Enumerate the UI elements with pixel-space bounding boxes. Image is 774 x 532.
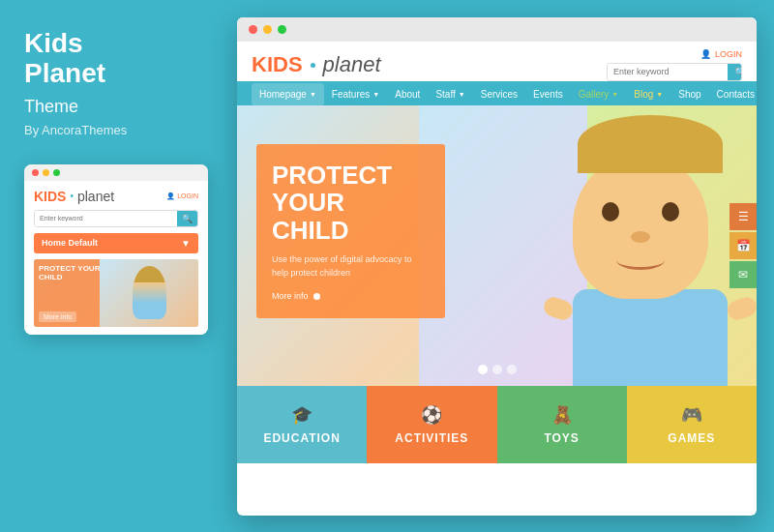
search-icon: 🔍 — [182, 214, 193, 223]
mobile-logo: KIDS • planet — [34, 189, 114, 204]
hero-overlay: PROTECT YOURCHILD Use the power of digit… — [256, 144, 445, 319]
chevron-down-icon: ▼ — [372, 91, 379, 98]
site-header: KIDS planet 👤 LOGIN 🔍 — [237, 42, 757, 83]
mobile-dot-yellow — [43, 169, 49, 176]
mail-icon: ✉ — [738, 268, 748, 281]
toys-label: TOYS — [544, 431, 579, 445]
mobile-logo-dot: • — [70, 191, 74, 201]
nav-item-staff[interactable]: Staff ▼ — [428, 83, 472, 105]
hero-slider-dots — [478, 365, 517, 374]
browser-dot-green — [278, 25, 286, 34]
browser-body: KIDS planet 👤 LOGIN 🔍 Homepa — [237, 42, 757, 516]
mobile-search-input[interactable] — [35, 211, 177, 226]
logo-kids: KIDS — [252, 52, 303, 77]
site-nav: Homepage ▼ Features ▼ About Staff ▼ Serv… — [237, 83, 757, 105]
hero-title: PROTECT YOURCHILD — [272, 162, 430, 245]
hero-more-dot — [313, 293, 320, 300]
left-panel: KidsPlanet Theme By AncoraThemes KIDS • … — [0, 0, 237, 532]
search-bar: 🔍 — [607, 63, 742, 81]
hero-description: Use the power of digital advocacy to hel… — [272, 253, 430, 280]
mobile-content: KIDS • planet 👤 LOGIN 🔍 Home Default ▼ — [24, 181, 208, 335]
left-by: By AncoraThemes — [24, 123, 213, 137]
calendar-icon: 📅 — [736, 239, 751, 252]
chevron-down-icon: ▼ — [459, 91, 465, 98]
browser-top-bar — [237, 17, 757, 42]
mobile-logo-area: KIDS • planet 👤 LOGIN — [34, 189, 198, 204]
hero-more: More info — [272, 291, 430, 301]
right-sidebar: ☰ 📅 ✉ — [729, 203, 757, 288]
mobile-user-icon: 👤 — [166, 192, 175, 200]
hero-more-text[interactable]: More info — [272, 291, 309, 301]
menu-icon: ☰ — [738, 210, 749, 223]
header-right: 👤 LOGIN 🔍 — [607, 49, 742, 81]
site-logo: KIDS planet — [252, 52, 381, 77]
mobile-hero-image — [100, 259, 198, 327]
nav-item-blog[interactable]: Blog ▼ — [626, 83, 670, 105]
search-button[interactable]: 🔍 — [728, 64, 742, 80]
mobile-hero-btn[interactable]: More info — [39, 311, 76, 322]
games-icon: 🎮 — [681, 404, 702, 426]
activities-icon: ⚽ — [421, 404, 442, 426]
nav-item-homepage[interactable]: Homepage ▼ — [252, 83, 324, 105]
mobile-hero: PROTECT YOUR CHILD More info — [34, 259, 198, 327]
browser-dot-red — [249, 25, 257, 34]
nav-item-services[interactable]: Services — [473, 83, 525, 105]
user-icon: 👤 — [700, 49, 711, 59]
left-subtitle: Theme — [24, 97, 213, 117]
slider-dot-3[interactable] — [507, 365, 517, 374]
education-label: EDUCATION — [263, 431, 340, 445]
sidebar-icon-mail[interactable]: ✉ — [729, 261, 757, 288]
mobile-nav-label: Home Default — [42, 238, 98, 248]
login-label[interactable]: LOGIN — [715, 49, 742, 59]
mobile-search-button[interactable]: 🔍 — [177, 211, 197, 226]
sidebar-icon-menu[interactable]: ☰ — [729, 203, 757, 230]
logo-separator — [311, 63, 315, 68]
mobile-logo-kids: KIDS — [34, 189, 66, 204]
category-row: 🎓 EDUCATION ⚽ ACTIVITIES 🧸 TOYS 🎮 GAMES — [237, 386, 757, 463]
category-toys[interactable]: 🧸 TOYS — [497, 386, 627, 463]
slider-dot-2[interactable] — [492, 365, 502, 374]
category-games[interactable]: 🎮 GAMES — [627, 386, 757, 463]
nav-item-contacts[interactable]: Contacts — [709, 83, 757, 105]
chevron-down-icon: ▼ — [611, 91, 618, 98]
left-title: KidsPlanet — [24, 29, 213, 89]
nav-item-about[interactable]: About — [387, 83, 428, 105]
nav-item-features[interactable]: Features ▼ — [324, 83, 387, 105]
search-input[interactable] — [608, 64, 728, 80]
mobile-logo-planet: planet — [77, 189, 114, 204]
browser-mockup: KIDS planet 👤 LOGIN 🔍 Homepa — [237, 17, 757, 516]
mobile-dot-green — [53, 169, 60, 176]
category-activities[interactable]: ⚽ ACTIVITIES — [367, 386, 496, 463]
mobile-search-bar: 🔍 — [34, 210, 198, 227]
slider-dot-1[interactable] — [478, 365, 488, 374]
nav-item-shop[interactable]: Shop — [670, 83, 708, 105]
chevron-down-icon: ▼ — [656, 91, 663, 98]
nav-item-events[interactable]: Events — [525, 83, 571, 105]
mobile-dot-red — [32, 169, 39, 176]
logo-planet: planet — [323, 52, 381, 77]
hero-section: PROTECT YOURCHILD Use the power of digit… — [237, 105, 757, 386]
browser-dot-yellow — [263, 25, 272, 34]
mobile-nav[interactable]: Home Default ▼ — [34, 233, 198, 253]
hero-child-photo — [419, 105, 757, 386]
activities-label: ACTIVITIES — [395, 431, 468, 445]
login-line: 👤 LOGIN — [700, 49, 742, 59]
category-education[interactable]: 🎓 EDUCATION — [237, 386, 367, 463]
chevron-down-icon: ▼ — [310, 91, 316, 98]
mobile-login-label[interactable]: LOGIN — [177, 192, 198, 199]
games-label: GAMES — [668, 431, 715, 445]
mobile-mockup: KIDS • planet 👤 LOGIN 🔍 Home Default ▼ — [24, 164, 208, 335]
education-icon: 🎓 — [291, 404, 313, 426]
mobile-top-bar — [24, 164, 208, 181]
sidebar-icon-calendar[interactable]: 📅 — [729, 232, 757, 259]
chevron-down-icon: ▼ — [181, 238, 191, 249]
nav-item-gallery[interactable]: Gallery ▼ — [571, 83, 627, 105]
search-icon: 🔍 — [734, 67, 742, 77]
mobile-login-area: 👤 LOGIN — [166, 192, 198, 200]
toys-icon: 🧸 — [551, 404, 573, 426]
